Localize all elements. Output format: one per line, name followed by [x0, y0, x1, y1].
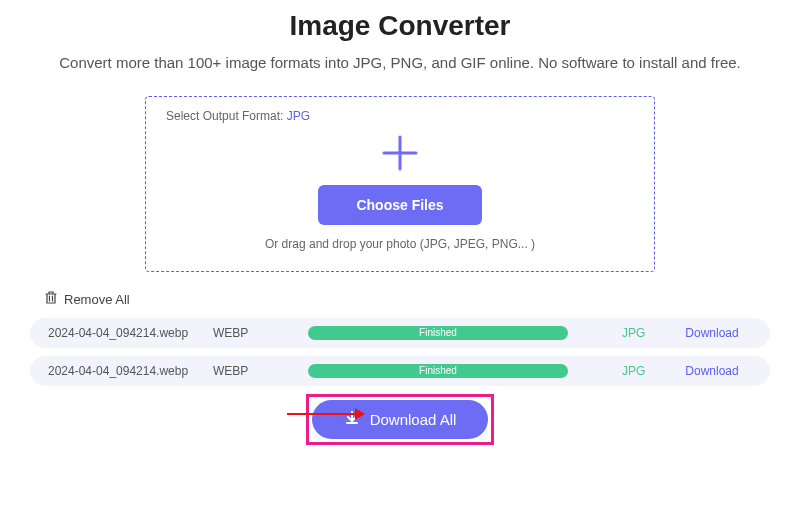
file-target-format: JPG	[622, 326, 672, 340]
file-target-format: JPG	[622, 364, 672, 378]
page-subtitle: Convert more than 100+ image formats int…	[30, 54, 770, 71]
trash-icon	[44, 290, 58, 308]
file-row: 2024-04-04_094214.webp WEBP Finished JPG…	[30, 356, 770, 386]
progress-wrap: Finished	[268, 326, 608, 340]
file-row: 2024-04-04_094214.webp WEBP Finished JPG…	[30, 318, 770, 348]
output-format-row: Select Output Format: JPG	[166, 109, 634, 123]
remove-all-label: Remove All	[64, 292, 130, 307]
file-source-format: WEBP	[213, 364, 268, 378]
file-source-format: WEBP	[213, 326, 268, 340]
drag-hint-text: Or drag and drop your photo (JPG, JPEG, …	[166, 237, 634, 251]
output-format-label: Select Output Format:	[166, 109, 283, 123]
download-link[interactable]: Download	[672, 326, 752, 340]
progress-wrap: Finished	[268, 364, 608, 378]
page-title: Image Converter	[30, 10, 770, 42]
remove-all-button[interactable]: Remove All	[44, 290, 770, 308]
download-all-label: Download All	[370, 411, 457, 428]
file-name: 2024-04-04_094214.webp	[48, 326, 213, 340]
progress-bar: Finished	[308, 326, 568, 340]
download-link[interactable]: Download	[672, 364, 752, 378]
choose-files-button[interactable]: Choose Files	[318, 185, 481, 225]
svg-marker-3	[355, 408, 365, 420]
output-format-value[interactable]: JPG	[287, 109, 310, 123]
upload-dropzone[interactable]: Select Output Format: JPG Choose Files O…	[145, 96, 655, 272]
plus-icon[interactable]	[166, 131, 634, 175]
progress-bar: Finished	[308, 364, 568, 378]
arrow-annotation-icon	[285, 404, 365, 428]
file-name: 2024-04-04_094214.webp	[48, 364, 213, 378]
